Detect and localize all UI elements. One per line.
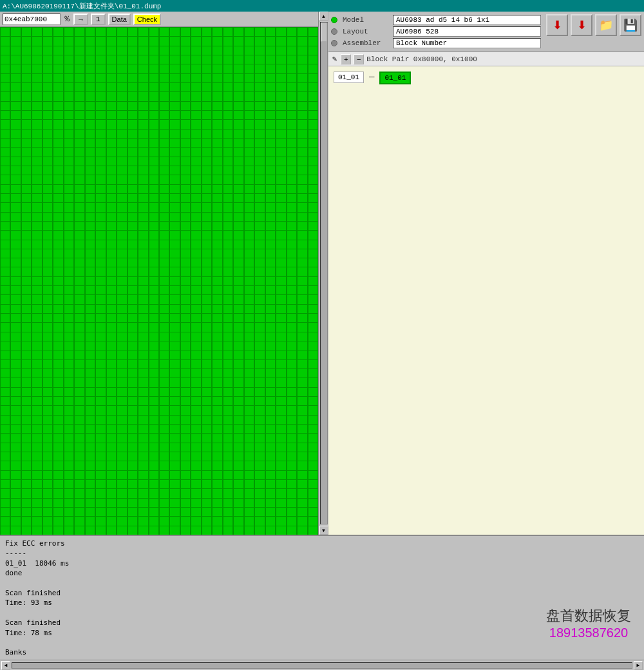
hex-cell[interactable]	[64, 526, 74, 535]
toolbar: ％ → 1 Data Check	[0, 12, 318, 27]
hex-grid-container	[0, 27, 318, 535]
hex-cell[interactable]	[117, 526, 127, 535]
hex-cell[interactable]	[32, 526, 42, 535]
action-buttons: ⬇ ⬇ 📁 💾	[544, 12, 644, 52]
scroll-up-arrow[interactable]: ▲	[319, 12, 328, 21]
header-area: Model AU6983 ad d5 14 b6 1x1 Layout AU69…	[328, 12, 644, 52]
action-btn-1[interactable]: ⬇	[546, 14, 568, 36]
main-content: ％ → 1 Data Check ▲ ▼	[0, 12, 644, 535]
layout-icon	[331, 28, 337, 35]
data-button[interactable]: Data	[108, 14, 131, 25]
log-area: Fix ECC errors ----- 01_01 18046 ms done…	[0, 536, 644, 660]
hex-cell[interactable]	[265, 526, 276, 535]
blocks-area: 01_01 — 01_01	[328, 66, 644, 535]
watermark-line2: 18913587620	[546, 626, 631, 640]
hex-grid	[0, 27, 318, 535]
hex-cell[interactable]	[212, 526, 222, 535]
grid-wrapper: ％ → 1 Data Check	[0, 12, 318, 535]
percent-icon: ％	[63, 14, 71, 24]
hex-cell[interactable]	[180, 526, 191, 535]
check-button[interactable]: Check	[133, 14, 161, 25]
hex-cell[interactable]	[149, 526, 159, 535]
block-pair-bar: ✎ + − Block Pair 0x80000, 0x1000	[328, 52, 644, 66]
hex-cell[interactable]	[43, 526, 53, 535]
hex-cell[interactable]	[287, 526, 297, 535]
scroll-left-arrow[interactable]: ◀	[1, 661, 10, 670]
model-row: Model AU6983 ad d5 14 b6 1x1	[331, 14, 541, 26]
address-input[interactable]	[3, 14, 61, 25]
hex-cell[interactable]	[95, 526, 106, 535]
hex-cell[interactable]	[297, 526, 307, 535]
scroll-track[interactable]	[320, 22, 328, 524]
hex-cell[interactable]	[21, 526, 32, 535]
scroll-thumb[interactable]	[321, 23, 327, 42]
hex-cell[interactable]	[74, 526, 84, 535]
title-text: A:\AU698620190117\新建文件夹\01_01.dump	[3, 1, 161, 11]
arrow-button[interactable]: →	[73, 14, 88, 25]
layout-label: Layout	[343, 28, 388, 35]
block-arrow: —	[369, 72, 374, 82]
assembler-label: Assembler	[343, 39, 388, 47]
hex-cell[interactable]	[276, 526, 286, 535]
hex-cell[interactable]	[244, 526, 254, 535]
model-value: AU6983 ad d5 14 b6 1x1	[393, 15, 541, 25]
hex-cell[interactable]	[202, 526, 212, 535]
block-item-1[interactable]: 01_01	[334, 72, 364, 83]
watermark: 盘首数据恢复 18913587620	[546, 606, 631, 640]
scroll-down-arrow[interactable]: ▼	[319, 526, 328, 535]
edit-icon[interactable]: ✎	[331, 54, 338, 64]
block-pair-text: Block Pair 0x80000, 0x1000	[366, 55, 477, 63]
model-label: Model	[343, 16, 388, 24]
layout-row: Layout AU6986 528	[331, 26, 541, 37]
block-item-2[interactable]: 01_01	[379, 72, 411, 84]
bottom-scroll-track[interactable]	[12, 662, 632, 669]
page-button[interactable]: 1	[91, 14, 106, 25]
hex-cell[interactable]	[169, 526, 180, 535]
bottom-scrollbar[interactable]: ◀ ▶	[0, 660, 644, 670]
action-btn-folder[interactable]: 📁	[595, 14, 617, 36]
hex-cell[interactable]	[0, 526, 10, 535]
hex-cell[interactable]	[10, 526, 21, 535]
hex-cell[interactable]	[233, 526, 243, 535]
layout-value: AU6986 528	[393, 26, 541, 37]
hex-cell[interactable]	[106, 526, 117, 535]
scroll-right-arrow[interactable]: ▶	[634, 661, 643, 670]
action-btn-2[interactable]: ⬇	[571, 14, 592, 36]
watermark-line1: 盘首数据恢复	[546, 606, 631, 626]
hex-cell[interactable]	[138, 526, 148, 535]
hex-cell[interactable]	[159, 526, 169, 535]
model-icon	[331, 17, 337, 23]
vertical-scrollbar[interactable]: ▲ ▼	[318, 12, 328, 535]
hex-cell[interactable]	[85, 526, 95, 535]
action-btn-save[interactable]: 💾	[620, 14, 641, 36]
log-text: Fix ECC errors ----- 01_01 18046 ms done…	[5, 539, 639, 660]
hex-cell[interactable]	[223, 526, 233, 535]
hex-cell[interactable]	[53, 526, 63, 535]
add-block-btn[interactable]: +	[341, 54, 351, 64]
assembler-value: Block Number	[393, 38, 541, 48]
assembler-icon	[331, 40, 337, 46]
bottom-panel: Fix ECC errors ----- 01_01 18046 ms done…	[0, 535, 644, 670]
hex-cell[interactable]	[308, 526, 318, 535]
assembler-row: Assembler Block Number	[331, 37, 541, 49]
remove-block-btn[interactable]: −	[354, 54, 364, 64]
hex-cell[interactable]	[191, 526, 201, 535]
left-wrapper: ％ → 1 Data Check ▲ ▼	[0, 12, 328, 535]
info-panel: Model AU6983 ad d5 14 b6 1x1 Layout AU69…	[328, 12, 544, 52]
hex-cell[interactable]	[128, 526, 138, 535]
right-panel: Model AU6983 ad d5 14 b6 1x1 Layout AU69…	[328, 12, 644, 535]
title-bar: A:\AU698620190117\新建文件夹\01_01.dump	[0, 0, 644, 12]
hex-cell[interactable]	[254, 526, 265, 535]
